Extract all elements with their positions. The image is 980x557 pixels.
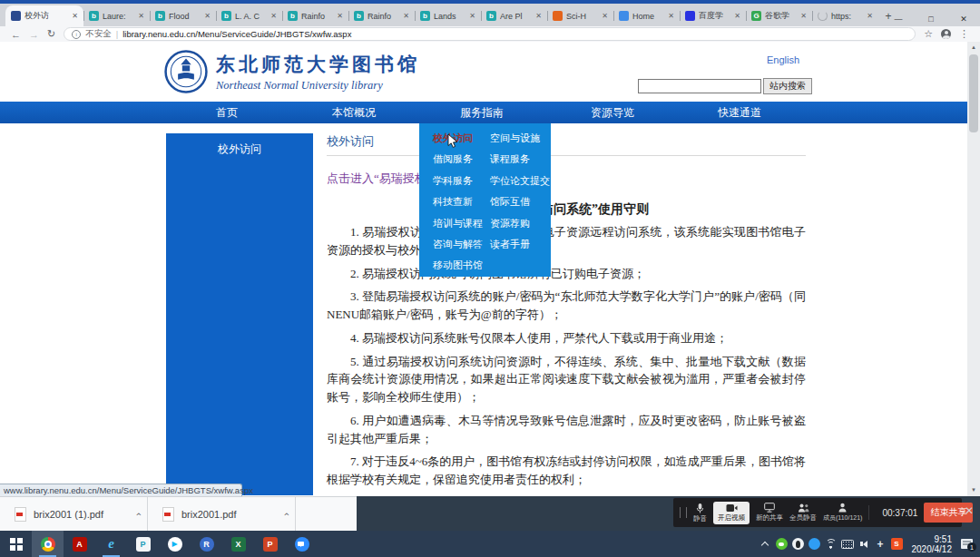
wifi-icon[interactable] bbox=[825, 538, 837, 550]
tab-title: Laure: bbox=[103, 12, 134, 21]
dropdown-item[interactable]: 学科服务 bbox=[433, 171, 483, 191]
dropdown-item[interactable]: 培训与课程 bbox=[433, 213, 483, 234]
site-search-button[interactable]: 站内搜索 bbox=[763, 78, 812, 94]
browser-tab[interactable]: b Are Pl ✕ bbox=[481, 5, 547, 26]
nav-item[interactable]: 服务指南 bbox=[460, 102, 504, 123]
tray-expand-icon[interactable] bbox=[760, 538, 771, 550]
browser-tab[interactable]: b Laure: ✕ bbox=[83, 5, 150, 26]
tab-close-icon[interactable]: ✕ bbox=[469, 12, 475, 20]
ime-move-icon[interactable] bbox=[875, 538, 887, 550]
download-options-icon[interactable]: › bbox=[132, 513, 143, 516]
taskbar-app-button[interactable] bbox=[95, 531, 127, 557]
browser-tab[interactable]: Home ✕ bbox=[613, 5, 680, 26]
scrollbar-thumb[interactable] bbox=[969, 54, 978, 132]
start-video-button[interactable]: 开启视频 bbox=[713, 502, 750, 524]
scroll-down-icon[interactable]: ▼ bbox=[967, 484, 980, 495]
bookmark-star-icon[interactable]: ☆ bbox=[924, 28, 933, 40]
taskbar-app-button[interactable] bbox=[0, 531, 32, 557]
nav-item[interactable]: 首页 bbox=[216, 102, 238, 123]
mute-all-label: 全员静音 bbox=[789, 513, 817, 523]
browser-tab[interactable]: b Flood ✕ bbox=[150, 5, 216, 26]
taskbar-app-button[interactable] bbox=[254, 531, 286, 557]
tab-close-icon[interactable]: ✕ bbox=[602, 12, 608, 20]
nav-item[interactable]: 快速通道 bbox=[718, 102, 761, 123]
mute-button[interactable]: 静音 bbox=[693, 503, 707, 523]
tab-close-icon[interactable]: ✕ bbox=[403, 12, 409, 20]
wechat-icon[interactable] bbox=[776, 538, 788, 550]
sidebar-item-offcampus[interactable]: 校外访问 bbox=[166, 142, 313, 157]
english-link[interactable]: English bbox=[767, 54, 799, 65]
address-bar[interactable]: 不安全 | library.nenu.edu.cn/Menu/ServiceGu… bbox=[64, 27, 916, 41]
tab-close-icon[interactable]: ✕ bbox=[800, 12, 807, 20]
nav-item[interactable]: 本馆概况 bbox=[332, 102, 376, 123]
dropdown-item[interactable]: 资源荐购 bbox=[490, 213, 550, 234]
tab-close-icon[interactable]: ✕ bbox=[734, 12, 740, 20]
taskbar-app-button[interactable] bbox=[191, 531, 222, 557]
taskbar-app-button[interactable] bbox=[159, 531, 191, 557]
site-info-icon[interactable] bbox=[72, 30, 81, 39]
forward-icon[interactable]: → bbox=[29, 29, 39, 40]
p-app-icon bbox=[136, 537, 151, 552]
tab-close-icon[interactable]: ✕ bbox=[138, 12, 144, 20]
download-item[interactable]: brix2001 (1).pdf › bbox=[0, 497, 148, 531]
qq-icon[interactable] bbox=[792, 538, 804, 550]
taskbar-clock[interactable]: 9:51 2020/4/12 bbox=[912, 534, 953, 554]
tab-close-icon[interactable]: ✕ bbox=[270, 12, 277, 20]
taskbar-app-button[interactable] bbox=[32, 531, 64, 557]
browser-tab[interactable]: b Rainfo ✕ bbox=[348, 5, 415, 26]
rule-paragraph: 7. 对于违反4~6条的用户，图书馆有权冻结或封停访问权限，如造成严重后果，图书… bbox=[327, 453, 806, 489]
taskbar-app-button[interactable] bbox=[64, 531, 95, 557]
profile-avatar[interactable] bbox=[941, 29, 951, 39]
rule-paragraph: 4. 易瑞授权访问系统账号仅限本人使用，严禁代人下载或用于商业用途； bbox=[327, 329, 806, 347]
site-search-input[interactable] bbox=[638, 79, 761, 93]
dropdown-item[interactable]: 学位论文提交 bbox=[490, 171, 550, 191]
tab-close-icon[interactable]: ✕ bbox=[535, 12, 542, 20]
page-scrollbar[interactable]: ▲ ▼ bbox=[967, 42, 980, 496]
browser-tab[interactable]: G 谷歌学 ✕ bbox=[746, 5, 812, 26]
browser-tab[interactable]: 校外访 ✕ bbox=[5, 5, 83, 26]
dropdown-item[interactable]: 咨询与解答 bbox=[433, 234, 483, 255]
dropdown-item[interactable]: 移动图书馆 bbox=[433, 255, 483, 276]
reload-icon[interactable]: ↻ bbox=[47, 28, 55, 40]
taskbar-app-button[interactable] bbox=[286, 531, 318, 557]
taskbar-app-button[interactable] bbox=[222, 531, 254, 557]
tab-close-icon[interactable]: ✕ bbox=[867, 12, 873, 20]
dropdown-item[interactable]: 科技查新 bbox=[433, 191, 483, 212]
meeting-close-icon[interactable]: ✕ bbox=[965, 504, 974, 517]
downloads-bar: brix2001 (1).pdf › brix2001.pdf › bbox=[0, 496, 357, 531]
browser-menu-icon[interactable]: ⋮ bbox=[959, 28, 969, 40]
download-item[interactable]: brix2001.pdf › bbox=[148, 497, 296, 531]
tab-close-icon[interactable]: ✕ bbox=[337, 12, 343, 20]
dropdown-item[interactable]: 借阅服务 bbox=[433, 149, 483, 170]
browser-blue-icon[interactable] bbox=[808, 538, 820, 550]
browser-tab[interactable]: b Rainfo ✕ bbox=[282, 5, 348, 26]
browser-tab[interactable]: https: ✕ bbox=[812, 5, 878, 26]
scroll-up-icon[interactable]: ▲ bbox=[967, 42, 980, 53]
mute-all-button[interactable]: 全员静音 bbox=[789, 503, 817, 523]
nav-item[interactable]: 资源导览 bbox=[591, 102, 634, 123]
eris-system-link[interactable]: 点击进入“易瑞授权访问系统” bbox=[327, 171, 806, 187]
members-button[interactable]: 成员(110/121) bbox=[823, 503, 862, 523]
browser-tab[interactable]: Sci-H ✕ bbox=[547, 5, 613, 26]
browser-tab[interactable]: b Lands ✕ bbox=[415, 5, 481, 26]
dropdown-item[interactable]: 课程服务 bbox=[490, 149, 550, 170]
drag-handle-icon[interactable] bbox=[680, 507, 687, 518]
dropdown-item[interactable]: 读者手册 bbox=[490, 234, 550, 255]
download-options-icon[interactable]: › bbox=[280, 513, 291, 516]
tab-close-icon[interactable]: ✕ bbox=[668, 12, 674, 20]
dropdown-item[interactable]: 空间与设施 bbox=[490, 128, 550, 149]
start-icon bbox=[10, 538, 23, 551]
sogou-icon[interactable] bbox=[891, 538, 903, 550]
browser-tab[interactable]: 百度学 ✕ bbox=[680, 5, 746, 26]
taskbar-app-button[interactable] bbox=[127, 531, 159, 557]
action-center-icon[interactable]: 1 bbox=[961, 539, 973, 549]
volume-icon[interactable] bbox=[858, 538, 870, 550]
back-icon[interactable]: ← bbox=[11, 29, 21, 40]
tab-close-icon[interactable]: ✕ bbox=[72, 12, 78, 20]
browser-tab[interactable]: b L. A. C ✕ bbox=[216, 5, 282, 26]
new-share-button[interactable]: 新的共享 bbox=[756, 503, 783, 523]
dropdown-item[interactable]: 馆际互借 bbox=[490, 191, 550, 212]
tab-close-icon[interactable]: ✕ bbox=[204, 12, 211, 20]
keyboard-icon[interactable] bbox=[841, 540, 854, 549]
share-screen-icon bbox=[764, 503, 775, 513]
